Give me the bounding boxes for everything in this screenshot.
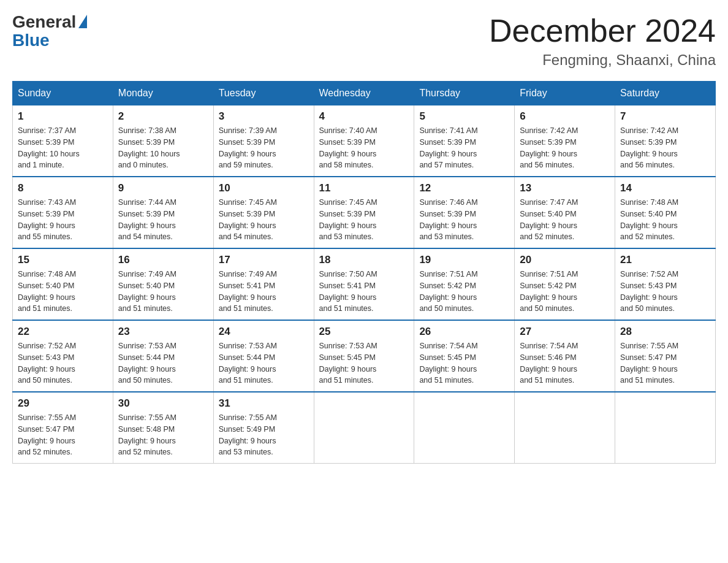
calendar-cell: 29Sunrise: 7:55 AMSunset: 5:47 PMDayligh… [13,392,113,464]
day-info: Sunrise: 7:48 AMSunset: 5:40 PMDaylight:… [620,197,710,243]
calendar-cell: 18Sunrise: 7:50 AMSunset: 5:41 PMDayligh… [314,248,414,320]
calendar-cell: 13Sunrise: 7:47 AMSunset: 5:40 PMDayligh… [515,177,615,248]
calendar-cell: 16Sunrise: 7:49 AMSunset: 5:40 PMDayligh… [113,248,213,320]
day-number: 13 [520,182,610,194]
day-info: Sunrise: 7:52 AMSunset: 5:43 PMDaylight:… [620,269,710,315]
weekday-header-sunday: Sunday [13,82,113,105]
day-info: Sunrise: 7:52 AMSunset: 5:43 PMDaylight:… [18,340,108,386]
day-number: 30 [118,397,208,410]
day-info: Sunrise: 7:47 AMSunset: 5:40 PMDaylight:… [520,197,610,243]
day-info: Sunrise: 7:45 AMSunset: 5:39 PMDaylight:… [219,197,309,243]
day-number: 24 [219,326,309,338]
day-info: Sunrise: 7:46 AMSunset: 5:39 PMDaylight:… [419,197,509,243]
day-info: Sunrise: 7:55 AMSunset: 5:47 PMDaylight:… [18,412,108,458]
day-number: 2 [118,110,208,123]
day-info: Sunrise: 7:42 AMSunset: 5:39 PMDaylight:… [520,125,610,171]
day-info: Sunrise: 7:49 AMSunset: 5:40 PMDaylight:… [118,269,208,315]
calendar-cell: 20Sunrise: 7:51 AMSunset: 5:42 PMDayligh… [515,248,615,320]
calendar-cell: 17Sunrise: 7:49 AMSunset: 5:41 PMDayligh… [213,248,314,320]
day-info: Sunrise: 7:55 AMSunset: 5:49 PMDaylight:… [219,412,309,458]
day-info: Sunrise: 7:50 AMSunset: 5:41 PMDaylight:… [319,269,409,315]
logo: General Blue [12,12,87,49]
calendar-cell: 5Sunrise: 7:41 AMSunset: 5:39 PMDaylight… [414,105,515,177]
day-info: Sunrise: 7:49 AMSunset: 5:41 PMDaylight:… [219,269,309,315]
calendar-cell: 28Sunrise: 7:55 AMSunset: 5:47 PMDayligh… [615,320,716,392]
day-number: 9 [118,182,208,194]
calendar-cell: 22Sunrise: 7:52 AMSunset: 5:43 PMDayligh… [13,320,113,392]
day-number: 27 [520,326,610,338]
day-info: Sunrise: 7:51 AMSunset: 5:42 PMDaylight:… [419,269,509,315]
day-number: 23 [118,326,208,338]
day-number: 6 [520,110,610,123]
calendar-cell [615,392,716,464]
calendar-cell: 25Sunrise: 7:53 AMSunset: 5:45 PMDayligh… [314,320,414,392]
day-info: Sunrise: 7:45 AMSunset: 5:39 PMDaylight:… [319,197,409,243]
day-info: Sunrise: 7:51 AMSunset: 5:42 PMDaylight:… [520,269,610,315]
day-info: Sunrise: 7:55 AMSunset: 5:47 PMDaylight:… [620,340,710,386]
calendar-week-row: 1Sunrise: 7:37 AMSunset: 5:39 PMDaylight… [13,105,716,177]
day-number: 19 [419,254,509,266]
weekday-header-row: SundayMondayTuesdayWednesdayThursdayFrid… [13,82,716,105]
calendar-week-row: 8Sunrise: 7:43 AMSunset: 5:39 PMDaylight… [13,177,716,248]
logo-general-text: General [12,12,76,32]
calendar-cell: 19Sunrise: 7:51 AMSunset: 5:42 PMDayligh… [414,248,515,320]
calendar-week-row: 15Sunrise: 7:48 AMSunset: 5:40 PMDayligh… [13,248,716,320]
day-number: 3 [219,110,309,123]
day-info: Sunrise: 7:43 AMSunset: 5:39 PMDaylight:… [18,197,108,243]
calendar-cell: 1Sunrise: 7:37 AMSunset: 5:39 PMDaylight… [13,105,113,177]
day-info: Sunrise: 7:41 AMSunset: 5:39 PMDaylight:… [419,125,509,171]
day-info: Sunrise: 7:48 AMSunset: 5:40 PMDaylight:… [18,269,108,315]
day-info: Sunrise: 7:40 AMSunset: 5:39 PMDaylight:… [319,125,409,171]
calendar-cell: 30Sunrise: 7:55 AMSunset: 5:48 PMDayligh… [113,392,213,464]
calendar-cell: 4Sunrise: 7:40 AMSunset: 5:39 PMDaylight… [314,105,414,177]
day-number: 1 [18,110,108,123]
weekday-header-monday: Monday [113,82,213,105]
day-number: 8 [18,182,108,194]
day-info: Sunrise: 7:39 AMSunset: 5:39 PMDaylight:… [219,125,309,171]
calendar-cell: 2Sunrise: 7:38 AMSunset: 5:39 PMDaylight… [113,105,213,177]
calendar-table: SundayMondayTuesdayWednesdayThursdayFrid… [12,81,716,464]
day-number: 14 [620,182,710,194]
calendar-cell: 11Sunrise: 7:45 AMSunset: 5:39 PMDayligh… [314,177,414,248]
day-number: 17 [219,254,309,266]
calendar-cell: 31Sunrise: 7:55 AMSunset: 5:49 PMDayligh… [213,392,314,464]
day-number: 10 [219,182,309,194]
calendar-week-row: 29Sunrise: 7:55 AMSunset: 5:47 PMDayligh… [13,392,716,464]
calendar-cell: 6Sunrise: 7:42 AMSunset: 5:39 PMDaylight… [515,105,615,177]
day-number: 15 [18,254,108,266]
calendar-cell: 7Sunrise: 7:42 AMSunset: 5:39 PMDaylight… [615,105,716,177]
day-info: Sunrise: 7:38 AMSunset: 5:39 PMDaylight:… [118,125,208,171]
day-info: Sunrise: 7:44 AMSunset: 5:39 PMDaylight:… [118,197,208,243]
day-number: 29 [18,397,108,410]
calendar-cell: 14Sunrise: 7:48 AMSunset: 5:40 PMDayligh… [615,177,716,248]
calendar-cell: 9Sunrise: 7:44 AMSunset: 5:39 PMDaylight… [113,177,213,248]
day-number: 5 [419,110,509,123]
day-number: 4 [319,110,409,123]
day-info: Sunrise: 7:53 AMSunset: 5:45 PMDaylight:… [319,340,409,386]
calendar-cell: 8Sunrise: 7:43 AMSunset: 5:39 PMDaylight… [13,177,113,248]
calendar-cell: 15Sunrise: 7:48 AMSunset: 5:40 PMDayligh… [13,248,113,320]
page-header: General Blue December 2024 Fengming, Sha… [12,12,716,69]
weekday-header-thursday: Thursday [414,82,515,105]
logo-blue-text: Blue [12,32,50,49]
day-number: 7 [620,110,710,123]
day-number: 26 [419,326,509,338]
weekday-header-wednesday: Wednesday [314,82,414,105]
calendar-cell: 12Sunrise: 7:46 AMSunset: 5:39 PMDayligh… [414,177,515,248]
day-info: Sunrise: 7:54 AMSunset: 5:45 PMDaylight:… [419,340,509,386]
calendar-cell: 23Sunrise: 7:53 AMSunset: 5:44 PMDayligh… [113,320,213,392]
day-info: Sunrise: 7:54 AMSunset: 5:46 PMDaylight:… [520,340,610,386]
calendar-cell: 10Sunrise: 7:45 AMSunset: 5:39 PMDayligh… [213,177,314,248]
day-number: 11 [319,182,409,194]
weekday-header-saturday: Saturday [615,82,716,105]
weekday-header-tuesday: Tuesday [213,82,314,105]
calendar-week-row: 22Sunrise: 7:52 AMSunset: 5:43 PMDayligh… [13,320,716,392]
day-number: 25 [319,326,409,338]
calendar-cell: 26Sunrise: 7:54 AMSunset: 5:45 PMDayligh… [414,320,515,392]
day-info: Sunrise: 7:53 AMSunset: 5:44 PMDaylight:… [118,340,208,386]
title-section: December 2024 Fengming, Shaanxi, China [489,12,716,69]
day-info: Sunrise: 7:53 AMSunset: 5:44 PMDaylight:… [219,340,309,386]
day-info: Sunrise: 7:37 AMSunset: 5:39 PMDaylight:… [18,125,108,171]
location-title: Fengming, Shaanxi, China [489,52,716,69]
month-title: December 2024 [489,12,716,49]
